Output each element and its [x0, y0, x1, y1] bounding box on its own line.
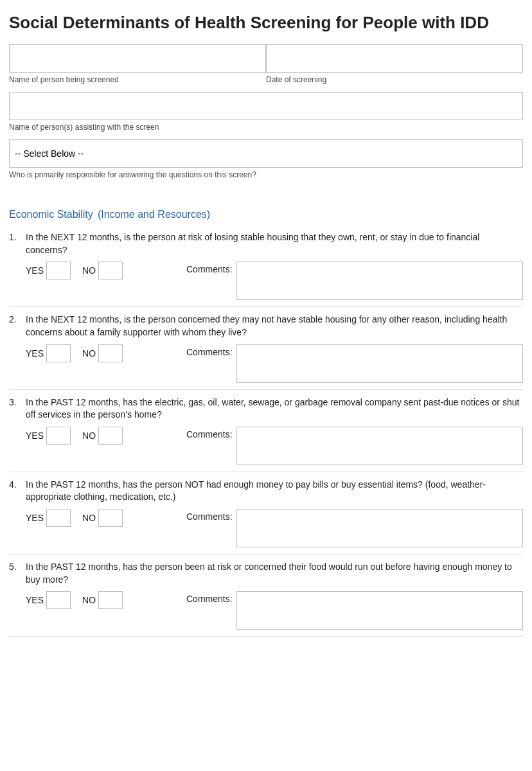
- q1-no-box[interactable]: [98, 261, 123, 279]
- responsible-select[interactable]: -- Select Below --: [9, 139, 523, 168]
- q3-no-label: NO: [82, 430, 96, 441]
- q3-number: 3.: [9, 396, 22, 407]
- q3-no-box[interactable]: [98, 427, 123, 445]
- q3-comments-label: Comments:: [186, 427, 233, 439]
- page-title: Social Determinants of Health Screening …: [9, 13, 523, 33]
- question-block-5: 5. In the PAST 12 months, has the person…: [9, 561, 523, 637]
- assistants-input[interactable]: [9, 92, 523, 120]
- q2-comments-input[interactable]: [236, 344, 523, 383]
- q3-text: In the PAST 12 months, has the electric,…: [26, 396, 523, 421]
- q4-comments-label: Comments:: [186, 509, 233, 522]
- name-input[interactable]: [9, 44, 266, 73]
- q5-text: In the PAST 12 months, has the person be…: [26, 561, 523, 586]
- q4-yes-box[interactable]: [46, 509, 71, 527]
- q4-no-box[interactable]: [98, 509, 123, 527]
- q4-text: In the PAST 12 months, has the person NO…: [26, 479, 523, 504]
- q1-yes-label: YES: [26, 265, 44, 276]
- q5-no-box[interactable]: [98, 591, 123, 609]
- q1-text: In the NEXT 12 months, is the person at …: [26, 231, 523, 256]
- responsible-label: Who is primarily responsible for answeri…: [9, 170, 523, 179]
- q2-yes-box[interactable]: [46, 344, 71, 362]
- q5-yes-label: YES: [26, 595, 44, 605]
- q2-no-label: NO: [82, 348, 96, 359]
- question-block-3: 3. In the PAST 12 months, has the electr…: [9, 396, 523, 472]
- date-label: Date of screening: [266, 75, 523, 84]
- section1-heading: Economic Stability (Income and Resources…: [9, 202, 523, 222]
- q1-comments-input[interactable]: [236, 261, 523, 300]
- question-block-1: 1. In the NEXT 12 months, is the person …: [9, 231, 523, 307]
- q2-text: In the NEXT 12 months, is the person con…: [26, 314, 523, 339]
- q1-no-label: NO: [82, 265, 96, 276]
- q4-comments-input[interactable]: [236, 509, 523, 547]
- q5-comments-input[interactable]: [236, 591, 523, 630]
- q2-no-box[interactable]: [98, 344, 123, 362]
- name-label: Name of person being screened: [9, 75, 266, 84]
- q3-comments-input[interactable]: [236, 427, 523, 465]
- q2-yes-label: YES: [26, 348, 44, 359]
- q1-number: 1.: [9, 231, 22, 242]
- q2-comments-label: Comments:: [186, 344, 233, 357]
- q3-yes-box[interactable]: [46, 427, 71, 445]
- q5-yes-box[interactable]: [46, 591, 71, 609]
- question-block-2: 2. In the NEXT 12 months, is the person …: [9, 314, 523, 389]
- q1-comments-label: Comments:: [186, 261, 233, 274]
- q5-comments-label: Comments:: [186, 591, 233, 604]
- q4-number: 4.: [9, 479, 22, 490]
- q4-yes-label: YES: [26, 513, 44, 523]
- q3-yes-label: YES: [26, 430, 44, 441]
- question-block-4: 4. In the PAST 12 months, has the person…: [9, 479, 523, 554]
- q1-yes-box[interactable]: [46, 261, 71, 279]
- date-input[interactable]: [266, 44, 523, 73]
- q5-no-label: NO: [82, 595, 96, 605]
- assistants-label: Name of person(s) assisting with the scr…: [9, 123, 523, 132]
- q5-number: 5.: [9, 561, 22, 572]
- q4-no-label: NO: [82, 513, 96, 523]
- q2-number: 2.: [9, 314, 22, 324]
